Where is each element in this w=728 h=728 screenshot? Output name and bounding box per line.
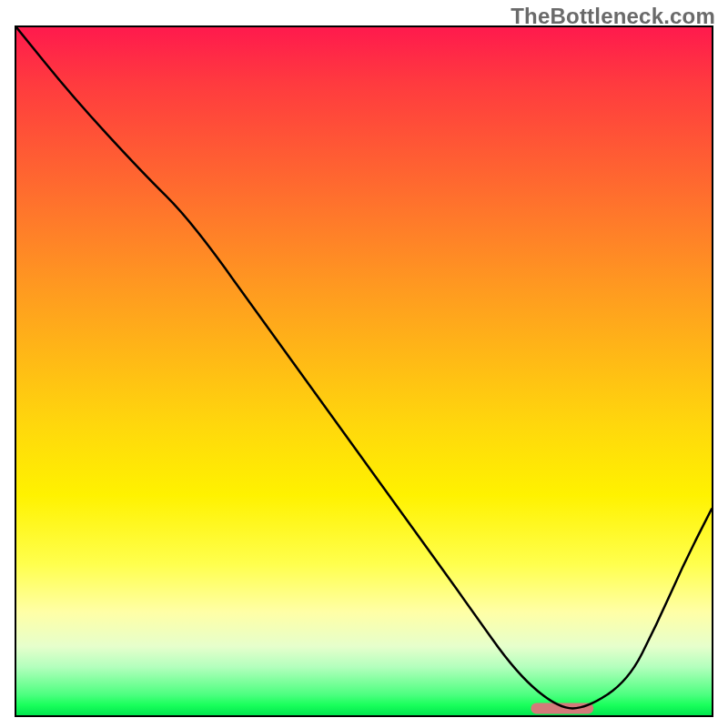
bottleneck-curve-line bbox=[16, 27, 712, 708]
chart-plot-area bbox=[15, 25, 713, 717]
optimal-range-marker bbox=[531, 703, 593, 713]
optimal-range-rect bbox=[531, 703, 593, 713]
bottleneck-curve-svg bbox=[16, 27, 712, 715]
